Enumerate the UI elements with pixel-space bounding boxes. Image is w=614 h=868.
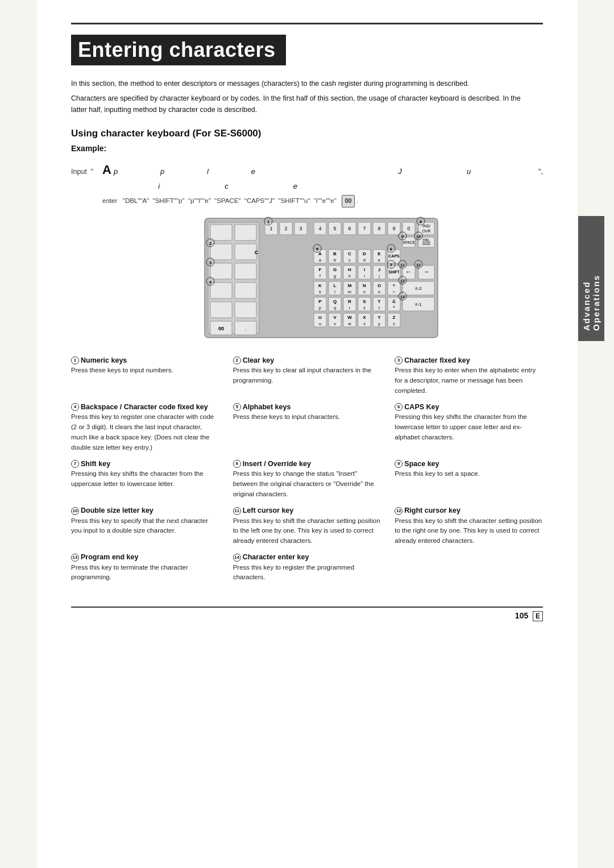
svg-text:x: x [363, 322, 366, 326]
svg-text:CAPS: CAPS [388, 254, 400, 258]
svg-text:o: o [378, 290, 380, 294]
svg-text:I: I [364, 267, 365, 272]
input-comma: , [541, 165, 543, 179]
svg-text:5: 5 [333, 226, 336, 231]
svg-text:#-1: #-1 [415, 302, 422, 307]
keyboard-container: 00 . 1 2 3 4 5 6 7 8 [71, 215, 543, 346]
desc-title-5: 5Alphabet keys [233, 403, 381, 412]
svg-text:z: z [393, 322, 395, 326]
svg-text:9: 9 [392, 226, 395, 231]
svg-text:c: c [349, 258, 351, 262]
desc-title-9: 9Space key [395, 460, 543, 468]
svg-text:u: u [319, 322, 321, 326]
svg-rect-3 [235, 225, 256, 240]
desc-item-6: 6CAPS KeyPressing this key shifts the ch… [395, 403, 543, 453]
svg-text:14: 14 [400, 295, 405, 299]
svg-text:00: 00 [218, 326, 224, 331]
svg-text:12: 12 [416, 263, 421, 267]
desc-title-12: 12Right cursor key [395, 506, 543, 515]
desc-title-11: 11Left cursor key [233, 506, 381, 515]
svg-text:S: S [363, 299, 366, 304]
svg-rect-5 [235, 244, 256, 260]
svg-text:Y: Y [377, 315, 381, 320]
svg-text:K: K [318, 283, 322, 288]
desc-text-12: Press this key to shift the character se… [395, 516, 543, 546]
svg-text:*: * [393, 305, 395, 310]
desc-title-10: 10Double size letter key [71, 506, 219, 515]
desc-text-14: Press this key to register the programme… [233, 563, 381, 583]
svg-text:h: h [349, 274, 351, 278]
svg-text:w: w [347, 322, 351, 326]
desc-text-13: Press this key to terminate the characte… [71, 563, 219, 583]
svg-rect-4 [210, 244, 232, 260]
svg-text:8: 8 [420, 219, 422, 225]
svg-text:M: M [348, 283, 352, 288]
enter-box: 00 [342, 195, 354, 207]
svg-rect-2 [210, 225, 232, 240]
desc-item-12: 12Right cursor keyPress this key to shif… [395, 506, 543, 546]
svg-text:#-2: #-2 [415, 286, 422, 291]
svg-text:F: F [319, 267, 322, 272]
intro-paragraph-1: In this section, the method to enter des… [71, 78, 537, 89]
svg-text:e: e [378, 258, 380, 262]
svg-text:T: T [378, 299, 381, 304]
desc-title-3: 3Character fixed key [395, 356, 543, 365]
desc-text-6: Pressing this key shifts the character f… [395, 412, 543, 442]
svg-text:SPACE: SPACE [403, 240, 415, 244]
intro-paragraph-2: Characters are specified by character ke… [71, 93, 537, 115]
page-number-row: 105 E [71, 607, 543, 620]
svg-text:J: J [378, 267, 380, 272]
desc-title-14: 14Character enter key [233, 553, 381, 562]
svg-text:2: 2 [284, 226, 287, 231]
svg-rect-7 [235, 263, 256, 279]
svg-text:v: v [334, 322, 336, 326]
svg-text:1: 1 [269, 226, 272, 231]
desc-item-1: 1Numeric keysPress these keys to input n… [71, 356, 219, 396]
page-title: Entering characters [71, 35, 286, 65]
page: Entering characters In this section, the… [37, 0, 577, 868]
example-label: Example: [71, 144, 543, 153]
svg-text:6: 6 [348, 226, 351, 231]
keyboard-wrapper: 00 . 1 2 3 4 5 6 7 8 [171, 215, 443, 346]
svg-text:4: 4 [209, 280, 212, 285]
svg-text:SIZE: SIZE [422, 242, 431, 246]
desc-item-13: 13Program end keyPress this key to termi… [71, 553, 219, 583]
svg-text:7: 7 [390, 263, 393, 268]
example-area: Input " A p p l e J u i c e " , enter "D… [71, 157, 543, 207]
svg-rect-8 [210, 283, 232, 298]
svg-text:C: C [255, 250, 259, 255]
desc-text-2: Press this key to clear all input charac… [233, 366, 381, 386]
svg-text:m: m [348, 290, 351, 294]
desc-item-14: 14Character enter keyPress this key to r… [233, 553, 381, 583]
sidebar-label: Advanced Operations [578, 216, 604, 341]
svg-text:6: 6 [390, 247, 393, 252]
desc-title-1: 1Numeric keys [71, 356, 219, 365]
svg-text:.: . [245, 326, 247, 331]
input-label: Input " [71, 165, 102, 179]
enter-dot: . [356, 197, 358, 204]
desc-item-10: 10Double size letter keyPress this key t… [71, 506, 219, 546]
svg-text:p: p [319, 306, 321, 310]
svg-text:0: 0 [407, 226, 410, 231]
svg-text:OVR: OVR [422, 229, 430, 233]
svg-text:R: R [348, 299, 351, 304]
svg-text:q: q [334, 306, 336, 310]
svg-text:d: d [363, 258, 366, 262]
desc-item-3: 3Character fixed keyPress this key to en… [395, 356, 543, 396]
svg-text:13: 13 [400, 279, 405, 283]
desc-item-11: 11Left cursor keyPress this key to shift… [233, 506, 381, 546]
svg-text:4: 4 [318, 226, 321, 231]
svg-text:O: O [377, 283, 381, 288]
desc-item-5: 5Alphabet keysPress these keys to input … [233, 403, 381, 453]
svg-text:U: U [318, 315, 322, 320]
svg-text:G: G [333, 267, 337, 272]
svg-text:+: + [392, 283, 395, 288]
svg-text:y: y [378, 322, 380, 326]
svg-text:←: ← [405, 268, 412, 276]
desc-text-8: Press this key to change the status "Ins… [233, 469, 381, 499]
svg-text:C: C [348, 251, 351, 256]
svg-text:b: b [334, 258, 336, 262]
svg-text:s: s [363, 306, 366, 310]
desc-text-11: Press this key to shift the character se… [233, 516, 381, 546]
desc-text-4: Press this key to register one character… [71, 412, 219, 452]
